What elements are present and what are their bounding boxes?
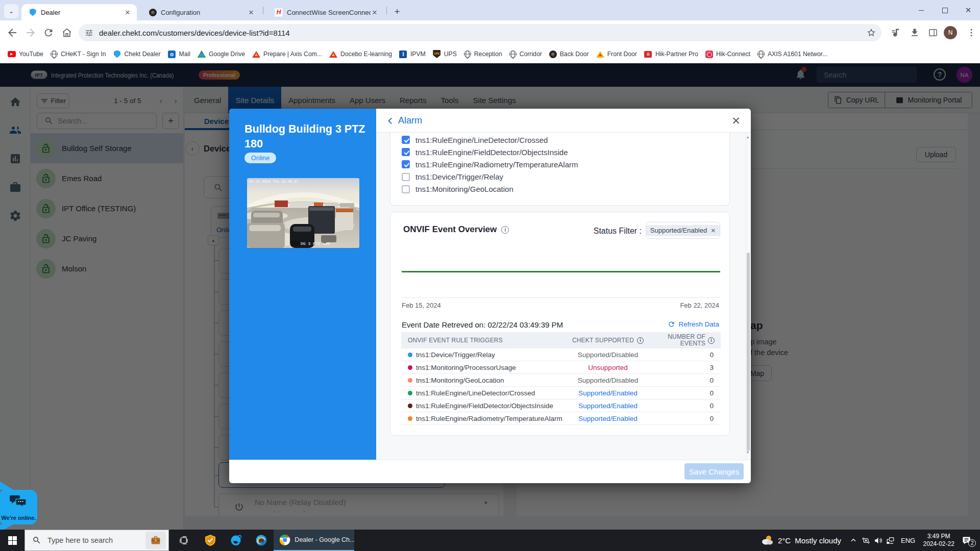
trigger-name: tns1:RuleEngine/Radiometry/TemperatureAl… [416, 415, 562, 422]
supported-status: Supported/Disabled [570, 351, 646, 359]
taskbar-clock[interactable]: 3:49 PM2024-02-22 [920, 533, 958, 548]
scrollbar-up-icon[interactable]: ▲ [745, 135, 750, 141]
bookmark-item[interactable]: YouTube [4, 47, 47, 61]
notification-center-icon[interactable]: 2 [958, 536, 975, 545]
tray-expand-icon[interactable] [847, 537, 860, 544]
checkbox[interactable] [402, 160, 410, 168]
device-name: Bulldog Building 3 PTZ 180 [244, 122, 375, 152]
tray-capture-icon[interactable] [860, 536, 872, 545]
event-trigger-option[interactable]: tns1:RuleEngine/LineDetector/Crossed [402, 134, 548, 146]
taskbar-app-edge[interactable] [249, 530, 274, 551]
bookmark-item[interactable]: Google Drive [194, 47, 249, 61]
bookmark-item[interactable]: Chekt Dealer [109, 47, 164, 61]
back-icon[interactable] [6, 27, 18, 39]
back-link[interactable]: Alarm [386, 109, 422, 133]
bookmark-item[interactable]: Corridor [506, 47, 546, 61]
home-icon[interactable] [61, 27, 74, 39]
trigger-name: tns1:Device/Trigger/Relay [416, 351, 495, 359]
forward-icon[interactable] [24, 27, 37, 39]
tray-network-icon[interactable] [884, 536, 896, 545]
event-trigger-label: tns1:RuleEngine/Radiometry/TemperatureAl… [415, 160, 578, 169]
browser-tab-configuration[interactable]: Configuration ✕ [142, 4, 260, 20]
taskbar-active-task[interactable]: Dealer - Google Ch... [274, 530, 354, 551]
tray-language[interactable]: ENG [896, 537, 920, 544]
new-tab-button[interactable]: + [390, 5, 404, 19]
browser-menu-icon[interactable] [966, 28, 976, 38]
status-filter-select[interactable]: Supported/Enabled ✕ [646, 222, 720, 239]
bookmark-item[interactable]: Front Door [593, 47, 641, 61]
checkbox[interactable] [402, 185, 410, 193]
bookmark-label: Hik-Partner Pro [655, 51, 698, 58]
bookmark-item[interactable]: Docebo E-learning [326, 47, 396, 61]
bookmark-item[interactable]: Hik-Partner Pro [641, 47, 702, 61]
event-trigger-label: tns1:RuleEngine/LineDetector/Crossed [415, 136, 548, 144]
url-text[interactable]: dealer.chekt.com/customers/devices/devic… [99, 24, 290, 41]
bookmark-star-icon[interactable] [867, 28, 876, 37]
info-icon[interactable]: i [637, 337, 644, 344]
info-icon[interactable]: i [501, 226, 509, 234]
checkbox[interactable] [402, 148, 410, 156]
browser-tab-connectwise[interactable]: ConnectWise ScreenConnect Re ✕ [267, 4, 384, 20]
chat-status-text: We're online. [0, 515, 37, 521]
bookmark-item[interactable]: IPVM [396, 47, 429, 61]
close-icon[interactable]: ✕ [730, 115, 742, 127]
tab-divider [386, 7, 387, 14]
task-view-icon[interactable] [173, 530, 195, 551]
bookmark-item[interactable]: AXIS A1601 Networ... [754, 47, 831, 61]
scrollbar-thumb[interactable] [747, 253, 750, 451]
bookmark-label: Google Drive [209, 51, 245, 58]
bookmark-item[interactable]: Back Door [546, 47, 593, 61]
tab-close-icon[interactable]: ✕ [124, 8, 132, 16]
window-minimize-button[interactable] [910, 0, 933, 20]
camera-thumbnail[interactable]: 02-22-2024 Thu 15:49:37 DG 3 PTZ 180 [247, 178, 359, 248]
site-info-icon[interactable] [85, 29, 93, 37]
start-button[interactable] [0, 530, 24, 551]
status-filter-chip-label: Supported/Enabled [650, 227, 707, 234]
chip-remove-icon[interactable]: ✕ [710, 227, 716, 234]
event-trigger-option[interactable]: tns1:Monitoring/GeoLocation [402, 183, 513, 195]
taskbar-app-norton[interactable] [198, 530, 223, 551]
taskbar-app-ie[interactable] [224, 530, 248, 551]
media-controls-icon[interactable] [891, 28, 901, 38]
bookmark-favicon [705, 51, 713, 58]
scrollbar-down-icon[interactable]: ▼ [745, 450, 750, 457]
event-trigger-option[interactable]: tns1:Device/Trigger/Relay [402, 171, 503, 183]
refresh-data-link[interactable]: Refresh Data [668, 320, 719, 328]
bookmark-favicon [113, 50, 121, 58]
browser-tab-dealer[interactable]: Dealer ✕ [21, 4, 137, 20]
reload-icon[interactable] [43, 27, 55, 39]
bookmark-item[interactable]: Reception [460, 47, 506, 61]
event-trigger-option[interactable]: tns1:RuleEngine/FieldDetector/ObjectsIns… [402, 146, 568, 158]
event-trigger-option[interactable]: tns1:RuleEngine/Radiometry/TemperatureAl… [402, 158, 578, 170]
bookmark-item[interactable]: Mail [164, 47, 194, 61]
tab-close-icon[interactable]: ✕ [247, 8, 255, 16]
bookmark-item[interactable]: Prepare | Axis Com... [249, 47, 326, 61]
window-maximize-button[interactable] [933, 0, 957, 20]
tab-close-icon[interactable]: ✕ [371, 8, 379, 16]
bookmark-item[interactable]: CHeKT - Sign In [47, 47, 110, 61]
checkbox[interactable] [402, 173, 410, 181]
downloads-icon[interactable] [910, 28, 920, 38]
tray-volume-icon[interactable] [872, 536, 884, 545]
back-label: Alarm [398, 115, 422, 126]
tab-search-button[interactable]: ⌄ [4, 4, 18, 18]
status-filter-chip[interactable]: Supported/Enabled ✕ [646, 225, 720, 236]
taskbar-search-input[interactable]: Type here to search [24, 530, 169, 551]
side-panel-icon[interactable] [928, 28, 938, 38]
browser-profile-avatar[interactable]: N [944, 26, 957, 39]
save-changes-button[interactable]: Save Changes [684, 463, 744, 480]
bookmark-favicon [596, 50, 604, 58]
chat-widget[interactable]: We're online. [0, 490, 37, 524]
bookmark-item[interactable]: UPS [429, 47, 460, 61]
taskbar-weather[interactable]: 2°C Mostly cloudy [761, 530, 841, 551]
info-icon[interactable]: i [708, 337, 715, 344]
bookmark-label: Back Door [560, 51, 589, 58]
checkbox[interactable] [402, 136, 410, 144]
event-trigger-checkbox-card: tns1:RuleEngine/LineDetector/Crossed tns… [390, 133, 730, 206]
retrieved-timestamp: Event Date Retreved on: 02/22/24 03:49:3… [402, 320, 563, 329]
briefcase-icon[interactable] [145, 532, 166, 549]
alarm-dialog: Bulldog Building 3 PTZ 180 Online [229, 109, 751, 483]
bookmark-item[interactable]: Hik-Connect [702, 47, 754, 61]
bookmark-label: AXIS A1601 Networ... [768, 51, 827, 58]
window-close-button[interactable]: ✕ [957, 0, 980, 20]
